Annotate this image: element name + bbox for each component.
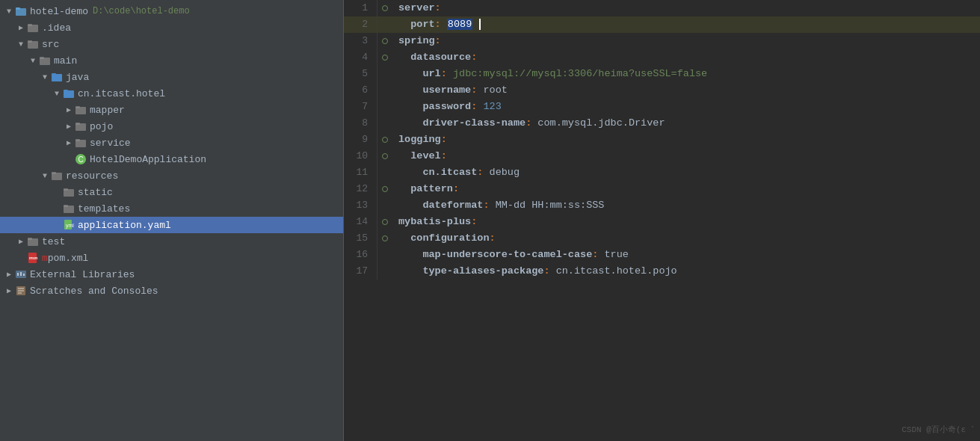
svg-rect-5	[28, 40, 32, 43]
pojo-folder-icon	[75, 120, 87, 132]
svg-rect-13	[75, 106, 80, 108]
code-line-5: 5 url: jdbc:mysql://mysql:3306/heima?use…	[344, 66, 980, 82]
package-folder-icon	[63, 87, 75, 99]
service-folder-icon	[75, 137, 87, 149]
resources-label: resources	[66, 170, 118, 182]
line-content-3: spring:	[392, 33, 980, 49]
gutter-16	[377, 247, 392, 263]
static-label: static	[78, 187, 113, 198]
gutter-13	[377, 197, 392, 214]
main-folder-icon	[39, 55, 51, 67]
line-num-6: 6	[344, 82, 377, 99]
code-line-14: 14 mybatis-plus:	[344, 214, 980, 230]
line-num-2: 2	[344, 16, 377, 33]
src-label: src	[42, 39, 59, 50]
tree-item-src[interactable]: src	[0, 36, 343, 52]
svg-rect-29	[28, 238, 32, 240]
svg-rect-23	[64, 188, 68, 191]
scratches-icon	[15, 285, 27, 297]
line-num-1: 1	[344, 0, 377, 16]
tree-item-main[interactable]: main	[0, 52, 343, 69]
svg-rect-9	[52, 73, 56, 75]
tree-item-mapper[interactable]: mapper	[0, 102, 343, 118]
tree-item-service[interactable]: service	[0, 135, 343, 151]
tree-item-ext-libs[interactable]: External Libraries	[0, 266, 343, 283]
tree-item-app-class[interactable]: C HotelDemoApplication	[0, 151, 343, 167]
gutter-11	[377, 164, 392, 181]
ext-libs-label: External Libraries	[30, 269, 135, 280]
tree-root[interactable]: hotel-demo D:\code\hotel-demo	[0, 3, 343, 19]
gutter-6	[377, 82, 392, 99]
line-content-5: url: jdbc:mysql://mysql:3306/heima?useSS…	[392, 66, 980, 82]
line-content-10: level:	[392, 148, 980, 164]
root-arrow	[3, 7, 15, 16]
code-editor[interactable]: 1 server: 2 port: 8089 3 spring: 4 datas…	[344, 0, 980, 441]
code-line-3: 3 spring:	[344, 33, 980, 49]
code-line-13: 13 dateformat: MM-dd HH:mm:ss:SSS	[344, 197, 980, 214]
line-content-9: logging:	[392, 132, 980, 148]
svg-rect-21	[52, 172, 56, 174]
svg-rect-34	[20, 272, 22, 276]
yaml-label: application.yaml	[78, 220, 171, 231]
tree-item-scratches[interactable]: Scratches and Consoles	[0, 283, 343, 299]
pojo-label: pojo	[90, 121, 113, 132]
line-num-5: 5	[344, 66, 377, 82]
code-line-1: 1 server:	[344, 0, 980, 16]
java-arrow	[39, 73, 51, 81]
test-arrow	[15, 237, 27, 246]
line-num-16: 16	[344, 247, 377, 263]
svg-rect-1	[16, 7, 20, 10]
main-label: main	[54, 55, 77, 67]
svg-text:C: C	[78, 155, 83, 164]
code-line-7: 7 password: 123	[344, 99, 980, 115]
tree-item-package[interactable]: cn.itcast.hotel	[0, 85, 343, 102]
tree-item-pojo[interactable]: pojo	[0, 118, 343, 135]
line-num-17: 17	[344, 263, 377, 280]
tree-item-pom[interactable]: mvn m pom.xml	[0, 250, 343, 266]
ext-libs-arrow	[3, 270, 15, 279]
pojo-arrow	[63, 122, 75, 131]
test-folder-icon	[27, 235, 39, 247]
line-content-1: server:	[392, 0, 980, 16]
line-content-14: mybatis-plus:	[392, 214, 980, 230]
gutter-4	[377, 49, 392, 66]
service-arrow	[63, 138, 75, 147]
tree-item-resources[interactable]: resources	[0, 167, 343, 184]
tree-item-test[interactable]: test	[0, 233, 343, 250]
svg-rect-3	[28, 24, 32, 26]
tree-item-yaml[interactable]: yml application.yaml	[0, 217, 343, 233]
gutter-2	[377, 16, 392, 33]
svg-rect-25	[64, 205, 68, 207]
line-content-2: port: 8089	[392, 16, 980, 33]
tree-item-templates[interactable]: templates	[0, 200, 343, 217]
line-content-11: cn.itcast: debug	[392, 164, 980, 181]
code-line-2: 2 port: 8089	[344, 16, 980, 33]
code-line-6: 6 username: root	[344, 82, 980, 99]
package-arrow	[51, 90, 63, 98]
java-folder-icon	[51, 71, 63, 83]
svg-rect-33	[17, 273, 19, 276]
tree-item-static[interactable]: static	[0, 184, 343, 200]
tree-item-idea[interactable]: .idea	[0, 19, 343, 36]
line-content-4: datasource:	[392, 49, 980, 66]
root-label: hotel-demo	[30, 6, 88, 17]
gutter-5	[377, 66, 392, 82]
svg-rect-7	[40, 57, 44, 59]
spring-class-icon: C	[75, 153, 87, 165]
gutter-14	[377, 214, 392, 230]
file-tree[interactable]: hotel-demo D:\code\hotel-demo .idea src	[0, 0, 344, 441]
line-content-12: pattern:	[392, 181, 980, 197]
line-num-13: 13	[344, 197, 377, 214]
watermark: CSDN @百小奇(ε゛	[902, 424, 974, 435]
static-folder-icon	[63, 186, 75, 198]
code-line-11: 11 cn.itcast: debug	[344, 164, 980, 181]
line-num-3: 3	[344, 33, 377, 49]
main-arrow	[27, 57, 39, 65]
svg-rect-17	[75, 139, 80, 141]
svg-text:yml: yml	[66, 223, 74, 229]
ext-libs-icon	[15, 268, 27, 280]
line-num-11: 11	[344, 164, 377, 181]
service-label: service	[90, 138, 131, 149]
line-num-4: 4	[344, 49, 377, 66]
tree-item-java[interactable]: java	[0, 69, 343, 85]
